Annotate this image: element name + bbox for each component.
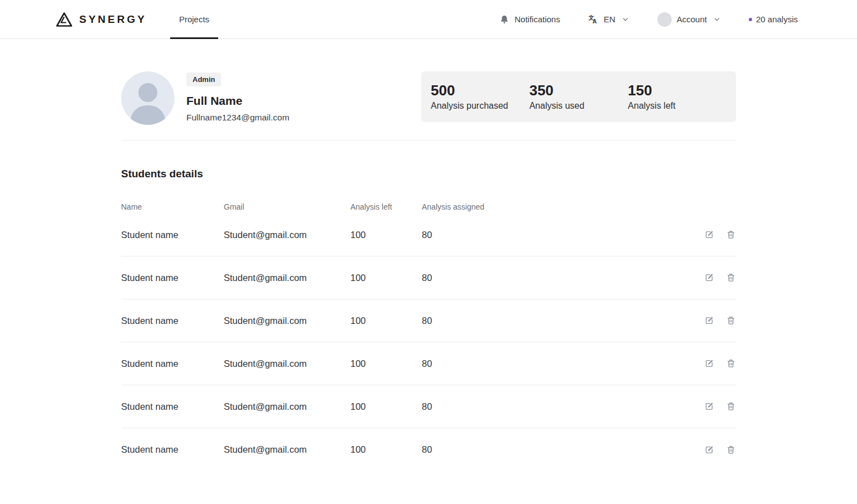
cell-analysis-left: 100 xyxy=(350,230,422,240)
edit-icon xyxy=(704,401,714,411)
cell-student-name: Student name xyxy=(121,358,224,369)
account-menu[interactable]: Account xyxy=(657,12,721,27)
stat-left: 150 Analysis left xyxy=(628,83,726,112)
row-actions xyxy=(556,401,736,411)
edit-icon xyxy=(704,358,714,369)
analysis-stats-card: 500 Analysis purchased 350 Analysis used… xyxy=(421,71,736,122)
profile-email: Fullname1234@gmail.com xyxy=(186,113,290,123)
row-actions xyxy=(556,445,736,455)
edit-student-button[interactable] xyxy=(704,230,714,240)
delete-student-button[interactable] xyxy=(726,316,736,326)
analysis-counter-label: 20 analysis xyxy=(756,14,798,24)
stat-used: 350 Analysis used xyxy=(529,83,628,112)
edit-icon xyxy=(704,273,714,283)
main-nav: Projects xyxy=(170,0,218,38)
purple-dot-icon xyxy=(749,18,752,21)
profile-section: Admin Full Name Fullname1234@gmail.com 5… xyxy=(121,71,736,125)
cell-student-gmail: Student@gmail.com xyxy=(224,358,350,369)
notifications-button[interactable]: Notifications xyxy=(499,14,560,25)
edit-student-button[interactable] xyxy=(704,316,714,326)
edit-student-button[interactable] xyxy=(704,273,714,283)
table-row: Student name Student@gmail.com 100 80 xyxy=(121,428,736,471)
analysis-counter: 20 analysis xyxy=(749,14,798,24)
edit-icon xyxy=(704,230,714,240)
edit-student-button[interactable] xyxy=(704,445,714,455)
cell-student-gmail: Student@gmail.com xyxy=(224,230,350,240)
trash-icon xyxy=(726,316,736,326)
top-header: SYNERGY Projects Notifications 文 A EN xyxy=(0,0,857,39)
delete-student-button[interactable] xyxy=(726,358,736,369)
cell-student-gmail: Student@gmail.com xyxy=(224,444,350,455)
delete-student-button[interactable] xyxy=(726,230,736,240)
row-actions xyxy=(556,358,736,369)
chevron-down-icon xyxy=(622,16,629,23)
brand: SYNERGY xyxy=(56,0,147,38)
table-row: Student name Student@gmail.com 100 80 xyxy=(121,342,736,385)
table-row: Student name Student@gmail.com 100 80 xyxy=(121,385,736,428)
column-header-name: Name xyxy=(121,202,224,211)
main-content: Admin Full Name Fullname1234@gmail.com 5… xyxy=(121,71,736,471)
cell-analysis-left: 100 xyxy=(350,358,422,369)
cell-student-gmail: Student@gmail.com xyxy=(224,401,350,412)
students-details-title: Students details xyxy=(121,168,736,180)
cell-student-gmail: Student@gmail.com xyxy=(224,273,350,283)
delete-student-button[interactable] xyxy=(726,445,736,455)
account-label: Account xyxy=(677,14,707,24)
row-actions xyxy=(556,316,736,326)
language-label: EN xyxy=(604,14,615,24)
row-actions xyxy=(556,230,736,240)
cell-student-name: Student name xyxy=(121,273,224,283)
table-row: Student name Student@gmail.com 100 80 xyxy=(121,256,736,299)
account-avatar xyxy=(657,12,672,27)
cell-analysis-assigned: 80 xyxy=(422,230,556,240)
person-silhouette-icon xyxy=(121,71,175,125)
profile-info: Admin Full Name Fullname1234@gmail.com xyxy=(186,71,290,123)
cell-analysis-left: 100 xyxy=(350,273,422,283)
edit-student-button[interactable] xyxy=(704,401,714,411)
trash-icon xyxy=(726,445,736,455)
cell-analysis-left: 100 xyxy=(350,316,422,326)
stat-left-value: 150 xyxy=(628,83,726,99)
cell-student-name: Student name xyxy=(121,316,224,326)
trash-icon xyxy=(726,358,736,369)
nav-tab-projects-label: Projects xyxy=(179,14,209,24)
profile-identity: Admin Full Name Fullname1234@gmail.com xyxy=(121,71,290,125)
chevron-down-icon xyxy=(713,16,721,23)
cell-analysis-left: 100 xyxy=(350,401,422,412)
column-header-analysis-assigned: Analysis assigned xyxy=(422,202,556,211)
translate-icon: 文 A xyxy=(588,14,599,25)
nav-tab-projects[interactable]: Projects xyxy=(170,0,218,38)
cell-analysis-assigned: 80 xyxy=(422,444,556,455)
stat-used-label: Analysis used xyxy=(529,101,628,111)
svg-text:A: A xyxy=(593,18,597,25)
role-badge: Admin xyxy=(186,72,221,86)
delete-student-button[interactable] xyxy=(726,273,736,283)
edit-icon xyxy=(704,316,714,326)
row-actions xyxy=(556,273,736,283)
stat-purchased: 500 Analysis purchased xyxy=(431,83,529,112)
cell-analysis-assigned: 80 xyxy=(422,273,556,283)
brand-name: SYNERGY xyxy=(79,13,147,26)
edit-student-button[interactable] xyxy=(704,358,714,369)
cell-student-name: Student name xyxy=(121,230,224,240)
synergy-logo-icon xyxy=(56,12,73,27)
table-row: Student name Student@gmail.com 100 80 xyxy=(121,214,736,256)
stat-purchased-label: Analysis purchased xyxy=(431,101,529,111)
delete-student-button[interactable] xyxy=(726,401,736,411)
students-table: Name Gmail Analysis left Analysis assign… xyxy=(121,200,736,471)
table-header-row: Name Gmail Analysis left Analysis assign… xyxy=(121,200,736,214)
cell-analysis-left: 100 xyxy=(350,444,422,455)
stat-used-value: 350 xyxy=(529,83,628,99)
cell-student-name: Student name xyxy=(121,401,224,412)
table-row: Student name Student@gmail.com 100 80 xyxy=(121,299,736,342)
column-header-gmail: Gmail xyxy=(224,202,350,211)
trash-icon xyxy=(726,273,736,283)
edit-icon xyxy=(704,445,714,455)
section-divider xyxy=(121,140,736,140)
stat-purchased-value: 500 xyxy=(431,83,529,99)
language-selector[interactable]: 文 A EN xyxy=(588,14,629,25)
bell-icon xyxy=(499,14,509,25)
stat-left-label: Analysis left xyxy=(628,101,726,111)
profile-name: Full Name xyxy=(186,94,290,108)
cell-student-name: Student name xyxy=(121,444,224,455)
